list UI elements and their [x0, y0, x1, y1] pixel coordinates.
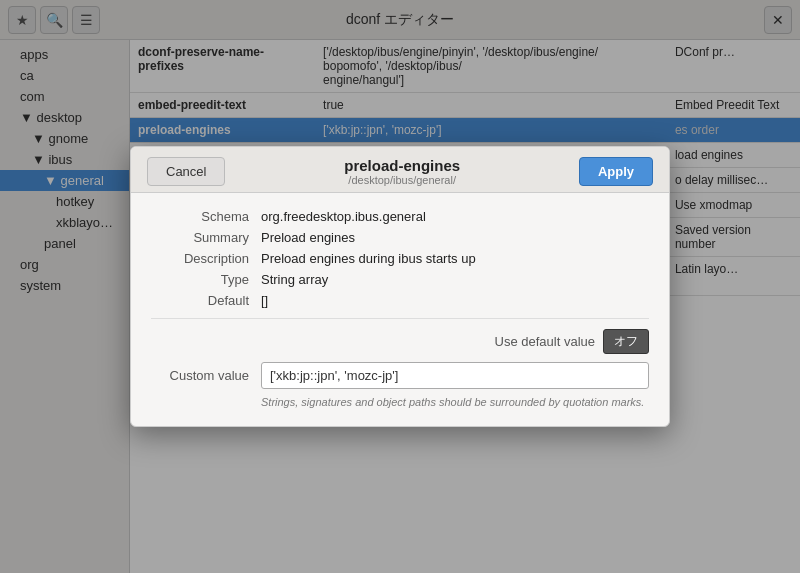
type-row: Type String array — [151, 272, 649, 287]
use-default-label: Use default value — [495, 334, 595, 349]
summary-row: Summary Preload engines — [151, 230, 649, 245]
description-row: Description Preload engines during ibus … — [151, 251, 649, 266]
schema-value: org.freedesktop.ibus.general — [261, 209, 426, 224]
description-label: Description — [151, 251, 261, 266]
default-value: [] — [261, 293, 268, 308]
modal-title-block: preload-engines /desktop/ibus/general/ — [225, 157, 578, 186]
toggle-button[interactable]: オフ — [603, 329, 649, 354]
custom-value-input[interactable] — [261, 362, 649, 389]
schema-label: Schema — [151, 209, 261, 224]
modal-dialog: Cancel preload-engines /desktop/ibus/gen… — [130, 146, 670, 427]
custom-value-row: Custom value — [151, 362, 649, 389]
summary-value: Preload engines — [261, 230, 355, 245]
type-label: Type — [151, 272, 261, 287]
modal-path: /desktop/ibus/general/ — [225, 174, 578, 186]
summary-label: Summary — [151, 230, 261, 245]
use-default-row: Use default value オフ — [151, 329, 649, 354]
modal-main-title: preload-engines — [225, 157, 578, 174]
hint-text: Strings, signatures and object paths sho… — [151, 395, 649, 410]
type-value: String array — [261, 272, 328, 287]
modal-body: Schema org.freedesktop.ibus.general Summ… — [131, 193, 669, 426]
description-value: Preload engines during ibus starts up — [261, 251, 476, 266]
modal-titlebar: Cancel preload-engines /desktop/ibus/gen… — [131, 147, 669, 193]
custom-value-label: Custom value — [151, 368, 261, 383]
default-row: Default [] — [151, 293, 649, 308]
modal-overlay: Cancel preload-engines /desktop/ibus/gen… — [0, 0, 800, 573]
default-label: Default — [151, 293, 261, 308]
apply-button[interactable]: Apply — [579, 157, 653, 186]
schema-row: Schema org.freedesktop.ibus.general — [151, 209, 649, 224]
cancel-button[interactable]: Cancel — [147, 157, 225, 186]
divider — [151, 318, 649, 319]
